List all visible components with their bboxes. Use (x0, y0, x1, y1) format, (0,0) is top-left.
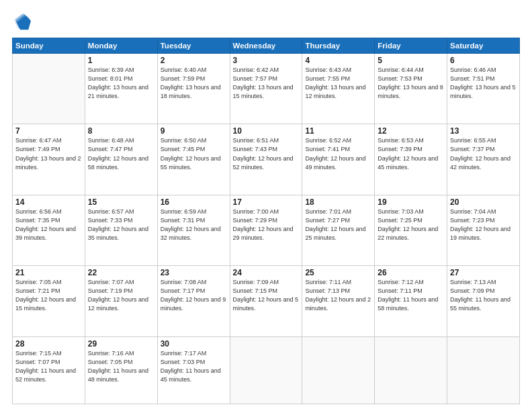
day-info: Sunrise: 7:00 AM Sunset: 7:29 PM Dayligh… (233, 208, 300, 242)
day-number: 11 (305, 126, 371, 136)
calendar-cell: 23Sunrise: 7:08 AM Sunset: 7:17 PM Dayli… (157, 266, 230, 336)
calendar-cell: 11Sunrise: 6:52 AM Sunset: 7:41 PM Dayli… (302, 124, 375, 195)
day-info: Sunrise: 6:57 AM Sunset: 7:33 PM Dayligh… (88, 208, 154, 242)
calendar-cell: 25Sunrise: 7:11 AM Sunset: 7:13 PM Dayli… (302, 266, 375, 336)
week-row-3: 21Sunrise: 7:05 AM Sunset: 7:21 PM Dayli… (13, 266, 520, 336)
page: SundayMondayTuesdayWednesdayThursdayFrid… (0, 0, 532, 411)
day-info: Sunrise: 7:13 AM Sunset: 7:09 PM Dayligh… (450, 278, 517, 313)
day-info: Sunrise: 7:15 AM Sunset: 7:07 PM Dayligh… (15, 349, 82, 384)
calendar-cell: 1Sunrise: 6:39 AM Sunset: 8:01 PM Daylig… (85, 54, 157, 124)
day-number: 15 (88, 197, 154, 207)
day-info: Sunrise: 6:40 AM Sunset: 7:59 PM Dayligh… (161, 66, 227, 101)
calendar-cell: 20Sunrise: 7:04 AM Sunset: 7:23 PM Dayli… (447, 195, 520, 265)
day-number: 3 (233, 56, 300, 65)
day-number: 20 (450, 197, 517, 207)
day-number: 27 (450, 268, 517, 277)
calendar-cell: 16Sunrise: 6:59 AM Sunset: 7:31 PM Dayli… (157, 195, 230, 265)
day-header-sunday: Sunday (13, 38, 85, 54)
day-header-friday: Friday (375, 38, 447, 54)
day-number: 9 (161, 126, 227, 136)
day-info: Sunrise: 7:16 AM Sunset: 7:05 PM Dayligh… (88, 349, 154, 384)
calendar-cell: 17Sunrise: 7:00 AM Sunset: 7:29 PM Dayli… (230, 195, 302, 265)
day-number: 25 (305, 268, 371, 277)
day-number: 7 (15, 126, 82, 136)
day-header-thursday: Thursday (302, 38, 375, 54)
calendar-cell: 15Sunrise: 6:57 AM Sunset: 7:33 PM Dayli… (85, 195, 157, 265)
calendar-cell: 18Sunrise: 7:01 AM Sunset: 7:27 PM Dayli… (302, 195, 375, 265)
calendar-cell: 19Sunrise: 7:03 AM Sunset: 7:25 PM Dayli… (375, 195, 447, 265)
calendar-cell: 21Sunrise: 7:05 AM Sunset: 7:21 PM Dayli… (13, 266, 85, 336)
day-info: Sunrise: 6:52 AM Sunset: 7:41 PM Dayligh… (305, 136, 371, 171)
calendar-cell: 12Sunrise: 6:53 AM Sunset: 7:39 PM Dayli… (375, 124, 447, 195)
calendar-cell: 24Sunrise: 7:09 AM Sunset: 7:15 PM Dayli… (230, 266, 302, 336)
day-number: 24 (233, 268, 300, 277)
day-header-saturday: Saturday (447, 38, 520, 54)
day-number: 19 (378, 197, 444, 207)
day-info: Sunrise: 6:55 AM Sunset: 7:37 PM Dayligh… (450, 136, 517, 171)
calendar-cell: 3Sunrise: 6:42 AM Sunset: 7:57 PM Daylig… (230, 54, 302, 124)
day-info: Sunrise: 6:43 AM Sunset: 7:55 PM Dayligh… (305, 66, 371, 101)
calendar-cell: 13Sunrise: 6:55 AM Sunset: 7:37 PM Dayli… (447, 124, 520, 195)
calendar-cell: 9Sunrise: 6:50 AM Sunset: 7:45 PM Daylig… (157, 124, 230, 195)
calendar-cell: 8Sunrise: 6:48 AM Sunset: 7:47 PM Daylig… (85, 124, 157, 195)
day-info: Sunrise: 6:47 AM Sunset: 7:49 PM Dayligh… (15, 136, 82, 171)
day-number: 26 (378, 268, 444, 277)
calendar-cell: 5Sunrise: 6:44 AM Sunset: 7:53 PM Daylig… (375, 54, 447, 124)
calendar-cell: 6Sunrise: 6:46 AM Sunset: 7:51 PM Daylig… (447, 54, 520, 124)
day-number: 16 (161, 197, 227, 207)
calendar-cell: 10Sunrise: 6:51 AM Sunset: 7:43 PM Dayli… (230, 124, 302, 195)
day-info: Sunrise: 6:46 AM Sunset: 7:51 PM Dayligh… (450, 66, 517, 101)
day-info: Sunrise: 6:59 AM Sunset: 7:31 PM Dayligh… (161, 208, 227, 242)
day-info: Sunrise: 6:39 AM Sunset: 8:01 PM Dayligh… (88, 66, 154, 101)
calendar-cell: 29Sunrise: 7:16 AM Sunset: 7:05 PM Dayli… (85, 336, 157, 404)
day-number: 13 (450, 126, 517, 136)
calendar-cell (447, 336, 520, 404)
logo (12, 12, 34, 31)
calendar-cell: 30Sunrise: 7:17 AM Sunset: 7:03 PM Dayli… (157, 336, 230, 404)
header-row: SundayMondayTuesdayWednesdayThursdayFrid… (13, 38, 520, 54)
day-number: 5 (378, 56, 444, 65)
calendar-table: SundayMondayTuesdayWednesdayThursdayFrid… (12, 38, 520, 404)
calendar-cell: 2Sunrise: 6:40 AM Sunset: 7:59 PM Daylig… (157, 54, 230, 124)
day-info: Sunrise: 7:07 AM Sunset: 7:19 PM Dayligh… (88, 278, 154, 313)
calendar-cell: 4Sunrise: 6:43 AM Sunset: 7:55 PM Daylig… (302, 54, 375, 124)
day-number: 8 (88, 126, 154, 136)
day-info: Sunrise: 7:12 AM Sunset: 7:11 PM Dayligh… (378, 278, 444, 313)
day-number: 29 (88, 339, 154, 349)
day-info: Sunrise: 7:11 AM Sunset: 7:13 PM Dayligh… (305, 278, 371, 313)
day-info: Sunrise: 6:48 AM Sunset: 7:47 PM Dayligh… (88, 136, 154, 171)
day-number: 18 (305, 197, 371, 207)
week-row-2: 14Sunrise: 6:56 AM Sunset: 7:35 PM Dayli… (13, 195, 520, 265)
day-number: 2 (161, 56, 227, 65)
day-info: Sunrise: 6:44 AM Sunset: 7:53 PM Dayligh… (378, 66, 444, 101)
logo-icon (12, 12, 31, 31)
day-info: Sunrise: 7:04 AM Sunset: 7:23 PM Dayligh… (450, 208, 517, 242)
day-number: 30 (161, 339, 227, 349)
week-row-1: 7Sunrise: 6:47 AM Sunset: 7:49 PM Daylig… (13, 124, 520, 195)
day-number: 14 (15, 197, 82, 207)
day-info: Sunrise: 6:50 AM Sunset: 7:45 PM Dayligh… (161, 136, 227, 171)
calendar-cell: 26Sunrise: 7:12 AM Sunset: 7:11 PM Dayli… (375, 266, 447, 336)
calendar-cell (230, 336, 302, 404)
calendar-cell (302, 336, 375, 404)
day-header-monday: Monday (85, 38, 157, 54)
day-info: Sunrise: 6:42 AM Sunset: 7:57 PM Dayligh… (233, 66, 300, 101)
day-number: 22 (88, 268, 154, 277)
day-number: 17 (233, 197, 300, 207)
day-number: 12 (378, 126, 444, 136)
calendar-cell: 7Sunrise: 6:47 AM Sunset: 7:49 PM Daylig… (13, 124, 85, 195)
day-info: Sunrise: 7:17 AM Sunset: 7:03 PM Dayligh… (161, 349, 227, 384)
header (12, 12, 520, 31)
day-info: Sunrise: 7:08 AM Sunset: 7:17 PM Dayligh… (161, 278, 227, 313)
day-info: Sunrise: 7:09 AM Sunset: 7:15 PM Dayligh… (233, 278, 300, 313)
day-info: Sunrise: 7:03 AM Sunset: 7:25 PM Dayligh… (378, 208, 444, 242)
day-number: 1 (88, 56, 154, 65)
week-row-4: 28Sunrise: 7:15 AM Sunset: 7:07 PM Dayli… (13, 336, 520, 404)
day-number: 10 (233, 126, 300, 136)
day-info: Sunrise: 6:51 AM Sunset: 7:43 PM Dayligh… (233, 136, 300, 171)
day-number: 21 (15, 268, 82, 277)
calendar-cell: 14Sunrise: 6:56 AM Sunset: 7:35 PM Dayli… (13, 195, 85, 265)
day-header-wednesday: Wednesday (230, 38, 302, 54)
day-info: Sunrise: 6:53 AM Sunset: 7:39 PM Dayligh… (378, 136, 444, 171)
day-number: 4 (305, 56, 371, 65)
